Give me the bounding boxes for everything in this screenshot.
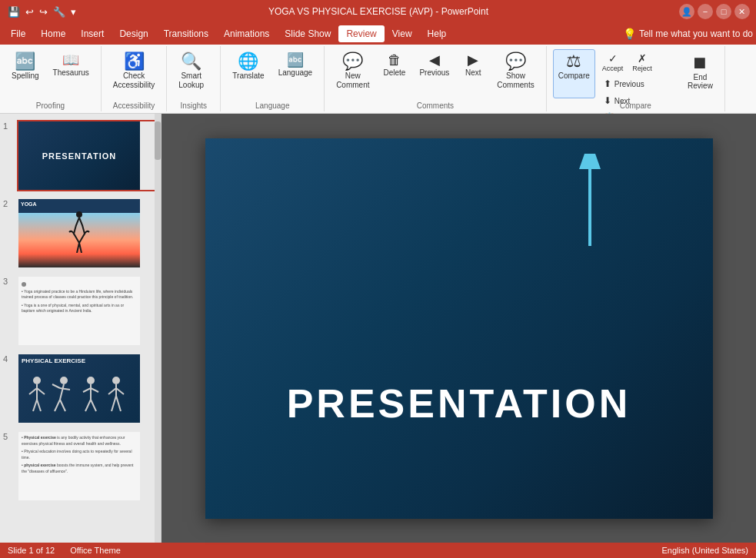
slide-thumb-inner-3: • Yoga originated practice to be a Hindu… (18, 277, 140, 345)
language-button[interactable]: 🔤 Language (273, 49, 318, 81)
check-accessibility-button[interactable]: ♿ CheckAccessibility (108, 49, 160, 94)
slide-item-3[interactable]: 3 • Yoga originated practice to be a Hin… (3, 275, 158, 347)
svg-point-13 (87, 377, 95, 384)
svg-line-22 (116, 388, 124, 394)
spelling-label: Spelling (12, 71, 39, 81)
end-review-button[interactable]: ⏹ EndReview (682, 49, 718, 98)
spelling-button[interactable]: 🔤 Spelling (6, 49, 45, 85)
reject-icon: ✗ (638, 53, 647, 64)
slide-number-2: 2 (3, 198, 14, 208)
translate-button[interactable]: 🌐 Translate (227, 49, 269, 85)
accessibility-group-label: Accessibility (102, 101, 166, 110)
arrow-svg (559, 154, 621, 254)
ribbon-group-language: 🌐 Translate 🔤 Language Language (221, 46, 325, 111)
insights-group-label: Insights (167, 101, 220, 110)
tell-me-area: 💡 Tell me what you want to do (623, 28, 753, 40)
previous-comment-button[interactable]: ◀ Previous (414, 49, 455, 81)
tell-me-label[interactable]: Tell me what you want to do (639, 28, 753, 39)
previous-nav-label: Previous (614, 80, 644, 88)
slide-item-5[interactable]: 5 • Physical exercise is any bodily acti… (3, 430, 158, 502)
slide-number-1: 1 (3, 120, 14, 131)
svg-line-18 (91, 400, 96, 411)
translate-icon: 🌐 (238, 53, 258, 70)
reject-label: Reject (632, 65, 652, 72)
slide4-title: PHYSICAL EXERCISE (22, 357, 137, 364)
customize-button[interactable]: 🔧 (52, 5, 67, 19)
menu-bar: File Home Insert Design Transitions Anim… (0, 23, 756, 45)
scrollbar-track[interactable] (155, 114, 161, 543)
previous-label: Previous (419, 68, 449, 78)
menu-slideshow[interactable]: Slide Show (277, 25, 338, 42)
svg-line-17 (85, 400, 91, 411)
menu-review[interactable]: Review (338, 25, 384, 42)
slide-main-title: PRESENTATION (205, 380, 713, 427)
delete-comment-button[interactable]: 🗑 Delete (378, 49, 411, 81)
title-bar: 💾 ↩ ↪ 🔧 ▾ YOGA VS PHYSICAL EXERCISE (AVP… (0, 0, 756, 23)
ribbon-group-comments: 💬 NewComment 🗑 Delete ◀ Previous ▶ Next … (325, 46, 547, 111)
svg-point-7 (60, 377, 68, 384)
reject-button[interactable]: ✗ Reject (628, 51, 656, 75)
scrollbar-thumb[interactable] (155, 121, 161, 160)
menu-home[interactable]: Home (33, 25, 73, 42)
ribbon-group-proofing: 🔤 Spelling 📖 Thesaurus Proofing (0, 46, 102, 111)
menu-insert[interactable]: Insert (73, 25, 112, 42)
slide-thumb-inner-2: YOGA (18, 199, 140, 267)
previous-nav-button[interactable]: ⬆ Previous (598, 76, 679, 91)
language-icon: 🔤 (287, 53, 304, 67)
next-comment-button[interactable]: ▶ Next (458, 49, 488, 81)
svg-line-3 (29, 388, 37, 394)
new-comment-button[interactable]: 💬 NewComment (331, 49, 375, 94)
menu-animations[interactable]: Animations (216, 25, 277, 42)
slide-item-2[interactable]: 2 YOGA (3, 198, 158, 269)
save-button[interactable]: 💾 (6, 5, 22, 19)
menu-file[interactable]: File (3, 25, 33, 42)
more-button[interactable]: ▾ (69, 5, 78, 19)
slide-item-1[interactable]: 1 PRESENTATION (3, 120, 158, 191)
spelling-icon: 🔤 (15, 53, 35, 70)
restore-button[interactable]: □ (716, 4, 731, 19)
slide-thumb-4[interactable]: PHYSICAL EXERCISE (17, 353, 158, 424)
profile-button[interactable]: 👤 (679, 4, 694, 19)
show-comments-button[interactable]: 💬 ShowComments (491, 49, 539, 94)
next-icon: ▶ (468, 53, 478, 67)
slide5-content: • Physical exercise is any bodily activi… (22, 435, 137, 474)
next-label: Next (465, 68, 481, 78)
delete-icon: 🗑 (388, 53, 401, 67)
smart-lookup-button[interactable]: 🔍 SmartLookup (173, 49, 209, 94)
slide-thumb-1[interactable]: PRESENTATION (17, 120, 158, 191)
thesaurus-label: Thesaurus (53, 68, 89, 78)
svg-line-15 (83, 388, 91, 392)
menu-view[interactable]: View (385, 25, 420, 42)
window-controls: 👤 − □ ✕ (679, 4, 750, 19)
accept-button[interactable]: ✓ Accept (598, 51, 628, 75)
svg-line-8 (60, 384, 64, 400)
redo-button[interactable]: ↪ (38, 5, 49, 19)
svg-line-11 (55, 400, 60, 411)
slides-panel[interactable]: 1 PRESENTATION 2 YOGA (0, 114, 162, 543)
comments-group-label: Comments (325, 101, 546, 110)
slide-info: Slide 1 of 12 (8, 546, 55, 555)
close-button[interactable]: ✕ (734, 4, 750, 19)
check-accessibility-label: CheckAccessibility (113, 71, 155, 90)
slide-thumb-5[interactable]: • Physical exercise is any bodily activi… (17, 430, 158, 502)
menu-help[interactable]: Help (420, 25, 455, 42)
yoga-silhouette (68, 211, 91, 253)
slide-thumb-2[interactable]: YOGA (17, 198, 158, 269)
previous-icon: ◀ (429, 53, 440, 67)
slide-item-4[interactable]: 4 PHYSICAL EXERCISE (3, 353, 158, 424)
exercise-figures (25, 373, 133, 415)
slide3-content: • Yoga originated practice to be a Hindu… (22, 289, 137, 314)
slide-thumb-3[interactable]: • Yoga originated practice to be a Hindu… (17, 275, 158, 347)
menu-transitions[interactable]: Transitions (156, 25, 216, 42)
svg-line-16 (91, 388, 98, 392)
minimize-button[interactable]: − (698, 4, 713, 19)
menu-design[interactable]: Design (112, 25, 155, 42)
smart-lookup-label: SmartLookup (178, 71, 204, 90)
thesaurus-button[interactable]: 📖 Thesaurus (48, 49, 95, 81)
content-area: PRESENTATION (162, 114, 756, 543)
svg-point-0 (76, 211, 82, 218)
undo-button[interactable]: ↩ (24, 5, 35, 19)
main-slide-canvas[interactable]: PRESENTATION (205, 138, 713, 519)
compare-button[interactable]: ⚖ Compare (553, 49, 595, 98)
slide1-title: PRESENTATION (42, 151, 117, 161)
